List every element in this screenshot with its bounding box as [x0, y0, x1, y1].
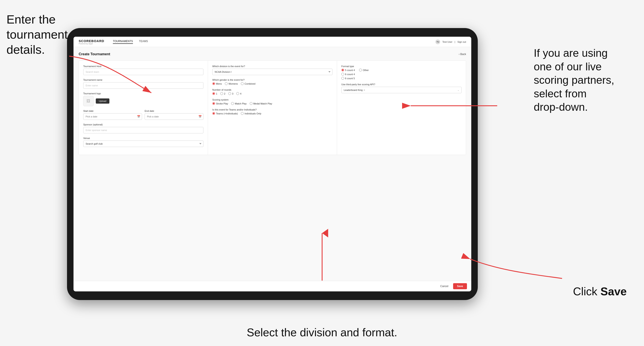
user-name: Test User — [442, 41, 452, 43]
live-scoring-clear[interactable]: ✕ — [364, 89, 365, 91]
gender-combined[interactable]: Combined — [241, 82, 255, 85]
end-date-group: End date 📅 — [144, 110, 204, 120]
end-date-label: End date — [144, 110, 204, 112]
tournament-logo-group: Tournament logo 🖼 Upload — [83, 92, 204, 106]
gender-womens[interactable]: Womens — [225, 82, 238, 85]
scoring-stroke[interactable]: Stroke Play — [212, 102, 228, 105]
logo-placeholder: 🖼 — [83, 96, 94, 106]
nav-user: TU Test User | Sign out — [436, 39, 466, 44]
gender-radio-group: Mens Womens Combined — [212, 82, 332, 85]
form-grid: Tournament Host Tournament name Tourname… — [79, 60, 466, 155]
gender-mens[interactable]: Mens — [212, 82, 222, 85]
format-type-label: Format type — [341, 65, 462, 68]
scoring-radio-group: Stroke Play Match Play Medal Match Play — [212, 102, 332, 105]
format-6count4[interactable]: 6 count 4 — [341, 73, 355, 76]
rounds-label: Number of rounds — [212, 88, 332, 91]
page-content: Create Tournament Back Tournament Host T… — [74, 47, 471, 281]
date-row: Start date 📅 End date 📅 — [83, 110, 204, 120]
live-scoring-tag: Leaderboard King ✕ — [344, 89, 365, 91]
venue-select[interactable]: Search golf club — [83, 141, 204, 147]
nav-teams[interactable]: TEAMS — [139, 40, 148, 44]
back-link[interactable]: Back — [459, 53, 466, 56]
sponsor-input[interactable] — [83, 127, 204, 133]
brand-name: SCOREBOARD — [79, 39, 104, 43]
start-date-label: Start date — [83, 110, 142, 112]
page-header: Create Tournament Back — [79, 52, 466, 56]
live-scoring-select[interactable]: Leaderboard King ✕ ⌄ — [341, 87, 462, 93]
venue-group: Venue Search golf club — [83, 137, 204, 147]
tournament-host-group: Tournament Host — [83, 65, 204, 75]
rounds-2[interactable]: 2 — [220, 92, 225, 95]
start-date-input[interactable] — [83, 113, 142, 120]
division-select[interactable]: NCAA Division I — [212, 69, 332, 75]
format-type-group: Format type 5 count 4 Other — [341, 65, 462, 80]
rounds-4[interactable]: 4 — [236, 92, 241, 95]
event-type-radio-group: Teams (+Individuals) Individuals Only — [212, 112, 332, 115]
nav-separator: | — [455, 41, 455, 43]
annotation-bottom: Select the division and format. — [247, 326, 397, 340]
format-other[interactable]: Other — [359, 69, 369, 71]
rounds-3[interactable]: 3 — [228, 92, 233, 95]
calendar-icon-start: 📅 — [137, 115, 140, 118]
division-label: Which division is the event for? — [212, 65, 332, 68]
calendar-icon-end: 📅 — [198, 115, 202, 118]
format-row-3: 6 count 5 — [341, 77, 462, 80]
save-button[interactable]: Save — [453, 283, 467, 289]
end-date-wrapper: 📅 — [144, 113, 204, 120]
format-type-options: 5 count 4 Other 6 count 4 — [341, 69, 462, 80]
tournament-name-input[interactable] — [83, 82, 204, 89]
logo-upload-area: 🖼 Upload — [83, 96, 204, 106]
tournament-host-label: Tournament Host — [83, 65, 204, 68]
gender-label: Which gender is the event for? — [212, 79, 332, 81]
division-group: Which division is the event for? NCAA Di… — [212, 65, 332, 75]
event-type-group: Is this event for Teams and/or Individua… — [212, 108, 332, 115]
gender-group: Which gender is the event for? Mens Wome… — [212, 79, 332, 85]
right-panel: Format type 5 count 4 Other — [337, 61, 466, 155]
left-panel: Tournament Host Tournament name Tourname… — [79, 61, 208, 155]
live-scoring-value: Leaderboard King — [344, 89, 362, 91]
upload-button[interactable]: Upload — [96, 98, 110, 104]
event-teams[interactable]: Teams (+Individuals) — [212, 112, 238, 115]
tournament-name-group: Tournament name — [83, 79, 204, 89]
click-save-bold: Save — [600, 285, 627, 298]
nav-tournaments[interactable]: TOURNAMENTS — [113, 40, 133, 44]
start-date-wrapper: 📅 — [83, 113, 142, 120]
middle-panel: Which division is the event for? NCAA Di… — [208, 61, 337, 155]
scoring-label: Scoring system — [212, 98, 332, 101]
start-date-group: Start date 📅 — [83, 110, 142, 120]
tournament-host-input[interactable] — [83, 69, 204, 75]
scoring-match[interactable]: Match Play — [231, 102, 246, 105]
annotation-bottom-right: Click Save — [573, 285, 627, 299]
form-footer: Cancel Save — [74, 281, 471, 291]
annotation-top-right: If you are usingone of our livescoring p… — [534, 46, 638, 114]
live-scoring-label: Use third-party live scoring API? — [341, 83, 462, 86]
rounds-1[interactable]: 1 — [212, 92, 217, 95]
rounds-radio-group: 1 2 3 4 — [212, 92, 332, 95]
sponsor-label: Sponsor (optional) — [83, 123, 204, 126]
nav-links: TOURNAMENTS TEAMS — [113, 40, 436, 44]
tournament-logo-label: Tournament logo — [83, 92, 204, 95]
user-avatar: TU — [436, 39, 440, 44]
sponsor-group: Sponsor (optional) — [83, 123, 204, 133]
signout-link[interactable]: Sign out — [458, 41, 466, 43]
scoring-medal[interactable]: Medal Match Play — [250, 102, 272, 105]
scoring-group: Scoring system Stroke Play Match Play — [212, 98, 332, 105]
event-type-label: Is this event for Teams and/or Individua… — [212, 108, 332, 111]
format-6count5[interactable]: 6 count 5 — [341, 77, 355, 80]
live-scoring-group: Use third-party live scoring API? Leader… — [341, 83, 462, 93]
date-group: Start date 📅 End date 📅 — [83, 110, 204, 120]
cancel-button[interactable]: Cancel — [438, 283, 451, 289]
brand-logo: SCOREBOARD Powered by clippit — [79, 39, 104, 45]
page-title: Create Tournament — [79, 52, 110, 56]
tournament-name-label: Tournament name — [83, 79, 204, 81]
format-5count4[interactable]: 5 count 4 — [341, 69, 355, 71]
end-date-input[interactable] — [144, 113, 204, 120]
click-save-prefix: Click — [573, 285, 600, 298]
event-individuals[interactable]: Individuals Only — [241, 112, 261, 115]
tablet-screen: SCOREBOARD Powered by clippit TOURNAMENT… — [74, 37, 471, 291]
format-row-2: 6 count 4 — [341, 73, 462, 76]
venue-label: Venue — [83, 137, 204, 140]
format-row-1: 5 count 4 Other — [341, 69, 462, 71]
brand-sub: Powered by clippit — [79, 43, 104, 45]
navbar: SCOREBOARD Powered by clippit TOURNAMENT… — [74, 37, 471, 47]
